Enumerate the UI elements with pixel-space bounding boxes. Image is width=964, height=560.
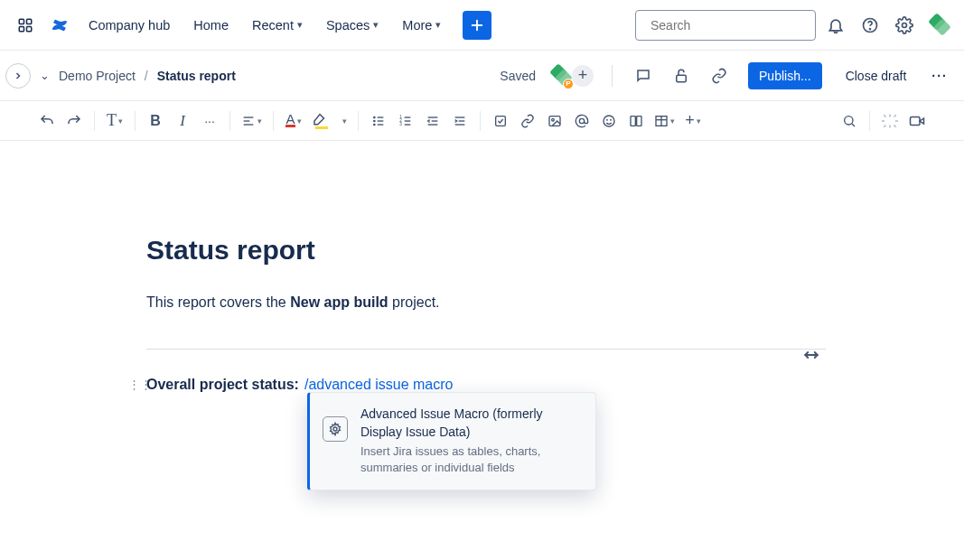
chevron-down-icon: ▾ — [297, 19, 303, 31]
width-adjust-icon[interactable] — [803, 347, 819, 363]
app-switcher-icon[interactable] — [11, 11, 40, 40]
divider — [146, 349, 826, 350]
svg-point-35 — [552, 118, 555, 121]
sidebar-toggle-icon[interactable] — [5, 63, 31, 89]
svg-rect-2 — [19, 26, 23, 31]
dropdown-item-title: Advanced Issue Macro (formerly Display I… — [360, 406, 581, 441]
dropdown-item-desc: Insert Jira issues as tables, charts, su… — [360, 443, 581, 476]
nav-recent-label: Recent — [252, 18, 294, 33]
publish-button[interactable]: Publish... — [748, 62, 822, 89]
profile-avatar[interactable] — [924, 11, 953, 40]
svg-point-19 — [374, 124, 375, 125]
ai-sparkle-icon[interactable] — [877, 107, 903, 135]
svg-rect-47 — [911, 117, 921, 125]
search-field[interactable] — [649, 17, 810, 33]
svg-rect-40 — [631, 116, 635, 126]
breadcrumb-bar: ⌄ Demo Project / Status report Saved P +… — [0, 51, 964, 101]
nav-company-hub[interactable]: Company hub — [80, 13, 179, 38]
editor-content: Status report This report covers the New… — [0, 141, 964, 393]
action-item-icon[interactable] — [488, 107, 513, 135]
chevron-down-icon: ▾ — [435, 19, 441, 31]
confluence-logo-icon[interactable] — [45, 11, 74, 40]
emoji-icon[interactable] — [596, 107, 622, 135]
nav-recent[interactable]: Recent ▾ — [243, 13, 312, 38]
layouts-icon[interactable] — [623, 107, 649, 135]
svg-point-37 — [604, 116, 614, 126]
svg-rect-41 — [637, 116, 641, 126]
svg-point-36 — [579, 118, 584, 123]
svg-point-39 — [611, 119, 612, 120]
italic-icon[interactable]: I — [170, 107, 195, 135]
intro-after: project. — [388, 294, 440, 310]
link-icon[interactable] — [705, 61, 734, 90]
search-input[interactable] — [635, 10, 816, 41]
presence-avatars: P + — [548, 63, 595, 89]
nav-more-label: More — [402, 18, 432, 33]
highlight-icon[interactable]: ▾ — [308, 107, 351, 135]
help-icon[interactable] — [856, 11, 884, 40]
nav-spaces-label: Spaces — [326, 18, 370, 33]
settings-icon[interactable] — [890, 11, 919, 40]
intro-before: This report covers the — [146, 294, 290, 310]
svg-rect-34 — [549, 116, 560, 126]
svg-point-15 — [374, 117, 375, 117]
text-color-icon[interactable]: A▾ — [281, 107, 306, 135]
svg-rect-1 — [27, 19, 32, 23]
intro-paragraph[interactable]: This report covers the New app build pro… — [146, 291, 826, 314]
more-formatting-icon[interactable]: ··· — [197, 107, 222, 135]
unlock-icon[interactable] — [667, 61, 696, 90]
indent-icon[interactable] — [447, 107, 473, 135]
presence-avatar[interactable]: P — [548, 64, 572, 88]
top-navigation: Company hub Home Recent ▾ Spaces ▾ More … — [0, 0, 964, 51]
svg-point-50 — [333, 427, 337, 431]
align-dropdown[interactable]: ▾ — [238, 107, 266, 135]
record-icon[interactable] — [904, 107, 930, 135]
macro-gear-icon — [323, 416, 348, 442]
breadcrumb-separator: / — [145, 69, 148, 83]
svg-point-10 — [903, 23, 907, 27]
text-style-dropdown[interactable]: T▾ — [102, 107, 127, 135]
redo-icon[interactable] — [61, 107, 87, 135]
svg-line-46 — [852, 124, 855, 126]
breadcrumb-space[interactable]: Demo Project — [59, 69, 136, 83]
svg-point-9 — [870, 28, 871, 29]
drag-handle-icon[interactable]: ⋮⋮ — [128, 378, 152, 391]
bullet-list-icon[interactable] — [366, 107, 391, 135]
close-draft-button[interactable]: Close draft — [837, 62, 916, 89]
svg-rect-3 — [27, 26, 32, 31]
divider — [612, 65, 613, 87]
nav-more[interactable]: More ▾ — [393, 13, 450, 38]
nav-spaces[interactable]: Spaces ▾ — [317, 13, 388, 38]
svg-rect-33 — [496, 116, 506, 126]
notifications-icon[interactable] — [821, 11, 850, 40]
chevron-down-icon[interactable]: ⌄ — [40, 69, 50, 82]
status-line[interactable]: ⋮⋮ Overall project status: /advanced iss… — [146, 377, 826, 393]
table-dropdown[interactable]: ▾ — [650, 107, 679, 135]
insert-link-icon[interactable] — [515, 107, 540, 135]
slash-command-dropdown[interactable]: Advanced Issue Macro (formerly Display I… — [307, 392, 596, 490]
bold-icon[interactable]: B — [143, 107, 168, 135]
invite-button[interactable]: + — [570, 63, 595, 89]
slash-command-text: /advanced issue macro — [304, 377, 454, 393]
svg-point-38 — [607, 119, 608, 120]
svg-rect-11 — [677, 75, 687, 82]
svg-text:3: 3 — [399, 122, 402, 126]
status-label: Overall project status: — [146, 377, 299, 393]
comments-icon[interactable] — [629, 61, 658, 90]
insert-dropdown[interactable]: +▾ — [680, 107, 706, 135]
create-button[interactable] — [463, 11, 491, 40]
saved-status: Saved — [500, 69, 536, 83]
find-icon[interactable] — [837, 107, 862, 135]
outdent-icon[interactable] — [420, 107, 445, 135]
svg-point-45 — [845, 116, 853, 124]
more-actions-icon[interactable]: ··· — [924, 62, 955, 89]
mention-icon[interactable] — [569, 107, 594, 135]
dropdown-item: Advanced Issue Macro (formerly Display I… — [360, 406, 581, 477]
undo-icon[interactable] — [34, 107, 60, 135]
insert-image-icon[interactable] — [542, 107, 567, 135]
presence-badge: P — [563, 79, 574, 89]
numbered-list-icon[interactable]: 123 — [393, 107, 418, 135]
nav-home[interactable]: Home — [184, 13, 238, 38]
page-title[interactable]: Status report — [146, 235, 826, 266]
svg-rect-0 — [19, 19, 23, 23]
